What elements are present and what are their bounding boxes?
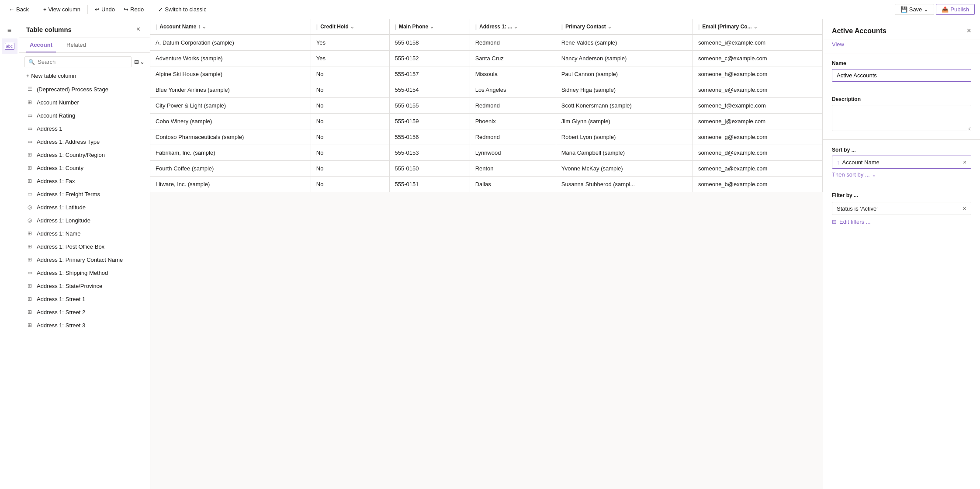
col-sort-dropdown-icon[interactable]: ⌄ bbox=[754, 24, 757, 29]
table-cell: Renton bbox=[470, 161, 556, 177]
column-item-label: Address 1: Freight Terms bbox=[37, 191, 100, 198]
column-item-label: Address 1: Country/Region bbox=[37, 152, 105, 158]
panel-name-input[interactable] bbox=[832, 69, 971, 82]
column-item-address-1-county[interactable]: ⊞Address 1: County bbox=[19, 161, 150, 174]
column-item-account-number[interactable]: ⊞Account Number bbox=[19, 96, 150, 109]
filter-remove-button[interactable]: × bbox=[963, 205, 966, 212]
sort-asc-icon[interactable]: ↑ bbox=[198, 24, 201, 30]
column-item-address-1-country-region[interactable]: ⊞Address 1: Country/Region bbox=[19, 148, 150, 161]
table-body: A. Datum Corporation (sample)Yes555-0158… bbox=[150, 35, 823, 192]
then-sort-button[interactable]: Then sort by ... ⌄ bbox=[832, 169, 971, 178]
column-item-address-1-post-office-box[interactable]: ⊞Address 1: Post Office Box bbox=[19, 240, 150, 253]
column-item-label: Address 1 bbox=[37, 125, 62, 132]
column-item-deprecated-process-stage[interactable]: ☰(Deprecated) Process Stage bbox=[19, 83, 150, 96]
filter-button[interactable]: ⊟ ⌄ bbox=[134, 59, 145, 65]
panel-close-button[interactable]: × bbox=[966, 26, 971, 35]
column-item-address-1-fax[interactable]: ⊞Address 1: Fax bbox=[19, 174, 150, 187]
column-item-address-1-latitude[interactable]: ◎Address 1: Latitude bbox=[19, 201, 150, 214]
column-item-label: Address 1: Primary Contact Name bbox=[37, 257, 123, 263]
col-type-icon: ▭ bbox=[26, 138, 33, 145]
publish-button[interactable]: 📤 Publish bbox=[936, 4, 975, 15]
new-table-column-button[interactable]: + New table column bbox=[19, 71, 150, 83]
table-cell: Phoenix bbox=[470, 114, 556, 129]
col-sort-dropdown-icon[interactable]: ⌄ bbox=[430, 24, 433, 29]
col-sort-dropdown-icon[interactable]: ⌄ bbox=[514, 24, 517, 29]
column-item-address-1-street-3[interactable]: ⊞Address 1: Street 3 bbox=[19, 319, 150, 332]
table-cell: Maria Campbell (sample) bbox=[556, 145, 693, 161]
table-cell: Redmond bbox=[470, 98, 556, 114]
table-cell: 555-0151 bbox=[389, 177, 470, 192]
table-cell: Adventure Works (sample) bbox=[150, 51, 311, 66]
table-cell: Robert Lyon (sample) bbox=[556, 129, 693, 145]
col-sort-dropdown-icon[interactable]: ⌄ bbox=[350, 24, 354, 29]
col-divider-icon: | bbox=[156, 24, 157, 30]
col-type-icon: ▭ bbox=[26, 191, 33, 198]
column-item-address-1-address-type[interactable]: ▭Address 1: Address Type bbox=[19, 135, 150, 148]
panel-description-input[interactable] bbox=[832, 105, 971, 131]
column-item-address-1-street-2[interactable]: ⊞Address 1: Street 2 bbox=[19, 305, 150, 319]
toolbar-separator-1 bbox=[36, 5, 36, 14]
table-cell: No bbox=[311, 145, 389, 161]
column-item-address-1-name[interactable]: ⊞Address 1: Name bbox=[19, 227, 150, 240]
table-cell: Santa Cruz bbox=[470, 51, 556, 66]
col-header-credit-hold: |Credit Hold⌄ bbox=[311, 19, 389, 35]
table-cell: City Power & Light (sample) bbox=[150, 98, 311, 114]
col-sort-dropdown-icon[interactable]: ⌄ bbox=[608, 24, 611, 29]
toolbar-separator-3 bbox=[151, 5, 151, 14]
tab-related[interactable]: Related bbox=[63, 38, 90, 52]
col-label: Main Phone bbox=[399, 24, 428, 30]
column-item-address-1-primary-contact-name[interactable]: ⊞Address 1: Primary Contact Name bbox=[19, 253, 150, 266]
column-item-label: Address 1: Street 1 bbox=[37, 296, 85, 302]
edit-filters-button[interactable]: ⊟ Edit filters ... bbox=[832, 218, 971, 225]
table-cell: 555-0159 bbox=[389, 114, 470, 129]
column-item-address-1-shipping-method[interactable]: ▭Address 1: Shipping Method bbox=[19, 266, 150, 279]
table-cell: Rene Valdes (sample) bbox=[556, 35, 693, 51]
column-item-account-rating[interactable]: ▭Account Rating bbox=[19, 109, 150, 122]
col-type-icon: ▭ bbox=[26, 269, 33, 276]
table-header-row: |Account Name ↑⌄|Credit Hold⌄|Main Phone… bbox=[150, 19, 823, 35]
save-button[interactable]: 💾 Save ⌄ bbox=[895, 4, 935, 15]
col-label: Primary Contact bbox=[565, 24, 606, 30]
nav-menu-icon: ≡ bbox=[7, 27, 11, 35]
col-type-icon: ▭ bbox=[26, 112, 33, 119]
col-header-address-1: |Address 1: ...⌄ bbox=[470, 19, 556, 35]
table-cell: 555-0155 bbox=[389, 98, 470, 114]
col-type-icon: ⊞ bbox=[26, 243, 33, 250]
nav-menu-button[interactable]: ≡ bbox=[2, 23, 17, 38]
filter-icon: ⊟ bbox=[134, 59, 139, 65]
column-item-label: Address 1: Fax bbox=[37, 178, 75, 184]
tab-account[interactable]: Account bbox=[26, 38, 56, 52]
table-row: Coho Winery (sample)No555-0159PhoenixJim… bbox=[150, 114, 823, 129]
col-type-icon: ◎ bbox=[26, 217, 33, 224]
table-row: Alpine Ski House (sample)No555-0157Misso… bbox=[150, 66, 823, 82]
search-input[interactable] bbox=[38, 59, 128, 65]
column-item-label: (Deprecated) Process Stage bbox=[37, 86, 108, 93]
filter-edit-icon: ⊟ bbox=[832, 218, 837, 225]
column-item-address-1-longitude[interactable]: ◎Address 1: Longitude bbox=[19, 214, 150, 227]
col-divider-icon: | bbox=[561, 24, 563, 30]
col-sort-dropdown-icon[interactable]: ⌄ bbox=[202, 24, 206, 29]
column-item-address-1-freight-terms[interactable]: ▭Address 1: Freight Terms bbox=[19, 187, 150, 201]
column-item-label: Address 1: Longitude bbox=[37, 217, 90, 224]
back-button[interactable]: ← Back bbox=[5, 4, 32, 14]
switch-classic-button[interactable]: ⤢ Switch to classic bbox=[155, 4, 210, 14]
col-divider-icon: | bbox=[698, 24, 700, 30]
nav-abc-button[interactable]: abc bbox=[2, 38, 17, 54]
panel-description-section: Description bbox=[823, 89, 980, 140]
table-cell: someone_h@example.com bbox=[693, 66, 822, 82]
view-column-button[interactable]: + View column bbox=[40, 4, 84, 14]
undo-button[interactable]: ↩ Undo bbox=[91, 4, 118, 14]
column-item-address-1[interactable]: ▭Address 1 bbox=[19, 122, 150, 135]
col-type-icon: ⊞ bbox=[26, 99, 33, 106]
table-cell: Los Angeles bbox=[470, 82, 556, 98]
redo-button[interactable]: ↪ Redo bbox=[120, 4, 147, 14]
table-cell: No bbox=[311, 177, 389, 192]
column-item-label: Address 1: Street 3 bbox=[37, 322, 85, 329]
col-label: Credit Hold bbox=[320, 24, 349, 30]
sort-remove-button[interactable]: × bbox=[963, 159, 966, 166]
column-item-address-1-street-1[interactable]: ⊞Address 1: Street 1 bbox=[19, 292, 150, 305]
column-item-address-1-state-province[interactable]: ⊞Address 1: State/Province bbox=[19, 279, 150, 292]
table-cell: someone_i@example.com bbox=[693, 35, 822, 51]
sidebar-close-button[interactable]: × bbox=[134, 24, 143, 34]
panel-view-link[interactable]: View bbox=[823, 39, 980, 53]
